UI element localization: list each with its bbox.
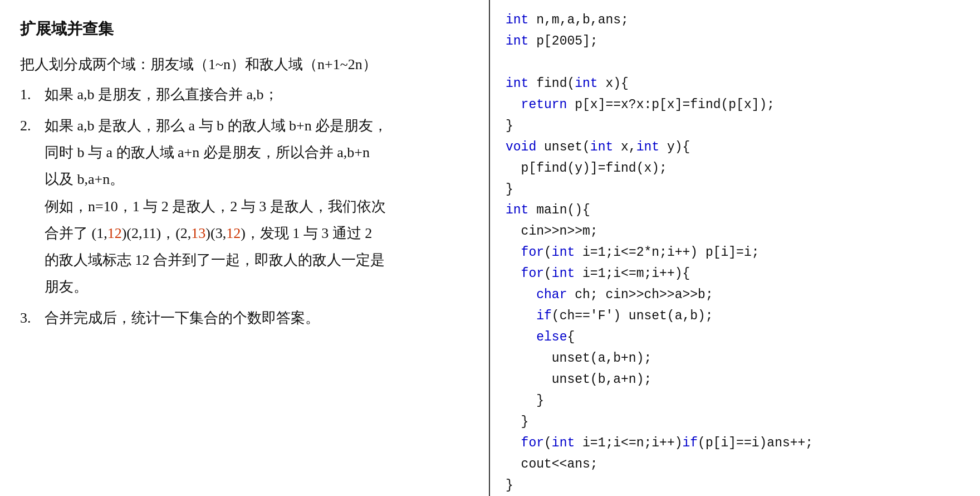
code-line-4: return p[x]==x?x:p[x]=find(p[x]); (506, 98, 775, 112)
right-panel: int n,m,a,b,ans; int p[2005]; int find(i… (490, 0, 980, 496)
item-num-2: 2. (20, 114, 45, 302)
left-panel: 扩展域并查集 把人划分成两个域：朋友域（1~n）和敌人域（n+1~2n） 1. … (0, 0, 490, 496)
code-line-18: } (506, 393, 544, 408)
code-line-15: else{ (506, 330, 575, 344)
red-text-13: 13 (191, 225, 205, 241)
code-line-17: unset(b,a+n); (506, 372, 651, 387)
item-num-1: 1. (20, 82, 45, 109)
code-line-9: int main(){ (506, 203, 590, 217)
code-line-2: int p[2005]; (506, 34, 598, 48)
code-line-8: } (506, 182, 513, 197)
code-block: int n,m,a,b,ans; int p[2005]; int find(i… (506, 10, 964, 496)
code-line-20: for(int i=1;i<=n;i++)if(p[i]==i)ans++; (506, 436, 813, 450)
item-content-3: 合并完成后，统计一下集合的个数即答案。 (45, 306, 469, 333)
red-text-12b: 12 (226, 225, 241, 241)
code-line-22: } (506, 478, 513, 493)
code-line-16: unset(a,b+n); (506, 351, 651, 366)
code-line-5: } (506, 119, 513, 133)
list-item-2: 2. 如果 a,b 是敌人，那么 a 与 b 的敌人域 b+n 必是朋友， 同时… (20, 114, 469, 302)
code-line-19: } (506, 415, 528, 429)
code-line-3: int find(int x){ (506, 76, 629, 91)
code-line-11: for(int i=1;i<=2*n;i++) p[i]=i; (506, 245, 759, 260)
red-text-12a: 12 (107, 225, 122, 241)
code-line-14: if(ch=='F') unset(a,b); (506, 309, 713, 323)
list-item-1: 1. 如果 a,b 是朋友，那么直接合并 a,b； (20, 82, 469, 109)
list-item-3: 3. 合并完成后，统计一下集合的个数即答案。 (20, 306, 469, 333)
code-line-6: void unset(int x,int y){ (506, 140, 690, 154)
code-line-13: char ch; cin>>ch>>a>>b; (506, 288, 713, 302)
code-line-10: cin>>n>>m; (506, 224, 598, 239)
item-content-1: 如果 a,b 是朋友，那么直接合并 a,b； (45, 82, 469, 109)
intro-line: 把人划分成两个域：朋友域（1~n）和敌人域（n+1~2n） (20, 52, 469, 77)
item-num-3: 3. (20, 306, 45, 333)
code-line-12: for(int i=1;i<=m;i++){ (506, 266, 690, 281)
code-line-21: cout<<ans; (506, 457, 598, 471)
code-line-1: int n,m,a,b,ans; (506, 13, 629, 27)
item-content-2: 如果 a,b 是敌人，那么 a 与 b 的敌人域 b+n 必是朋友， 同时 b … (45, 114, 469, 302)
code-line-7: p[find(y)]=find(x); (506, 161, 667, 176)
page-title: 扩展域并查集 (20, 16, 469, 42)
